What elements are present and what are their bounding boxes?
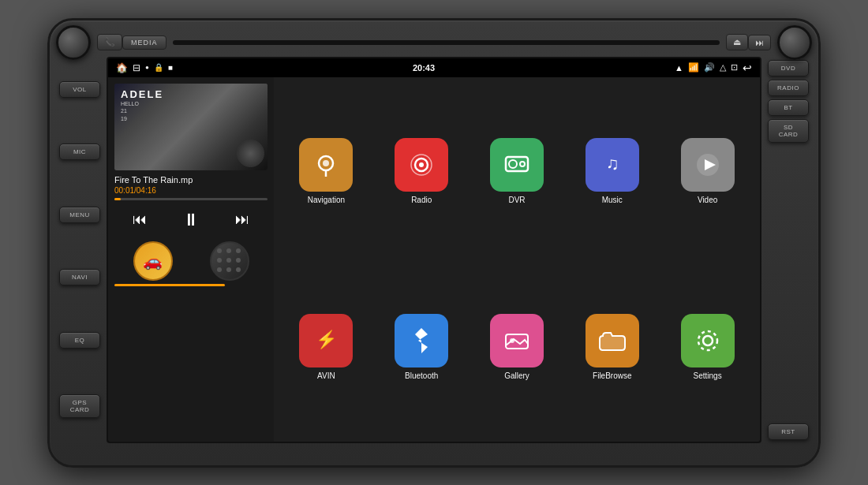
fast-forward-button[interactable]: ⏭ bbox=[232, 208, 253, 231]
left-knob[interactable] bbox=[56, 25, 91, 60]
lock-icon: 🔒 bbox=[154, 63, 163, 72]
progress-bar[interactable] bbox=[114, 198, 268, 200]
app-avin[interactable]: ⚡AVIN bbox=[282, 263, 371, 432]
notification-dot: ● bbox=[145, 64, 149, 71]
eq-button[interactable]: EQ bbox=[59, 332, 100, 349]
right-knob[interactable] bbox=[777, 25, 812, 60]
right-side-panel: DVD RADIO BT SDCARD RST bbox=[761, 57, 815, 443]
battery-status-icon: ■ bbox=[168, 63, 173, 72]
stereo-bottom bbox=[50, 443, 818, 459]
gallery-label: Gallery bbox=[504, 371, 529, 380]
svg-text:♫: ♫ bbox=[606, 154, 619, 173]
media-button[interactable]: MEDIA bbox=[122, 35, 166, 50]
status-left-icons: 🏠 ⊟ ● 🔒 ■ bbox=[116, 62, 173, 73]
svg-point-7 bbox=[520, 162, 525, 166]
bluetooth-label: Bluetooth bbox=[405, 371, 438, 380]
gallery-icon bbox=[490, 314, 544, 367]
bt-button[interactable]: BT bbox=[768, 99, 809, 116]
svg-text:⚡: ⚡ bbox=[316, 329, 338, 350]
dvr-label: DVR bbox=[508, 196, 525, 204]
filebrowser-icon bbox=[586, 314, 639, 367]
gps-card-button[interactable]: GPSCARD bbox=[59, 394, 100, 418]
app-radio[interactable]: Radio bbox=[377, 87, 466, 256]
signal-icon: 📶 bbox=[688, 62, 699, 73]
screen-content: ADELE HELLO2119 Fire To The Rain.mp 00:0… bbox=[108, 77, 760, 442]
filebrowser-label: FileBrowse bbox=[593, 371, 631, 380]
rst-button[interactable]: RST bbox=[768, 423, 809, 440]
music-label: Music bbox=[602, 196, 623, 204]
radio-button[interactable]: RADIO bbox=[768, 80, 809, 96]
album-art: ADELE HELLO2119 bbox=[114, 84, 268, 170]
dvd-button[interactable]: DVD bbox=[768, 60, 809, 76]
album-artist: ADELE bbox=[121, 88, 163, 100]
next-button[interactable]: ⏭ bbox=[748, 35, 771, 50]
app-navigation[interactable]: Navigation bbox=[282, 87, 371, 256]
app-music[interactable]: ♫Music bbox=[567, 87, 657, 256]
main-row: VOL MIC MENU NAVI EQ GPSCARD 🏠 ⊟ ● 🔒 ■ 2… bbox=[50, 57, 818, 443]
screen: 🏠 ⊟ ● 🔒 ■ 20:43 ▲ 📶 🔊 △ ⊡ ↩ bbox=[107, 57, 761, 443]
radio-label: Radio bbox=[411, 196, 432, 204]
bluetooth-icon bbox=[395, 314, 448, 367]
top-bar: 📞 MEDIA ⏏ ⏭ bbox=[50, 28, 818, 57]
track-title: Fire To The Rain.mp bbox=[114, 175, 268, 185]
current-time: 00:01 bbox=[114, 186, 134, 195]
media-panel: ADELE HELLO2119 Fire To The Rain.mp 00:0… bbox=[108, 77, 274, 442]
svg-point-14 bbox=[703, 336, 713, 345]
navigation-icon bbox=[299, 138, 353, 192]
app-bluetooth[interactable]: Bluetooth bbox=[377, 263, 466, 432]
app-settings[interactable]: Settings bbox=[663, 263, 752, 432]
music-icon: ♫ bbox=[586, 138, 639, 192]
menu-button[interactable]: MENU bbox=[59, 207, 100, 223]
app-dvr[interactable]: DVR bbox=[473, 87, 562, 256]
status-bar: 🏠 ⊟ ● 🔒 ■ 20:43 ▲ 📶 🔊 △ ⊡ ↩ bbox=[108, 58, 760, 77]
wifi-icon: ▲ bbox=[675, 63, 683, 73]
car-icon-button[interactable]: 🚗 bbox=[133, 241, 173, 281]
avin-label: AVIN bbox=[317, 371, 335, 380]
volume-icon: 🔊 bbox=[704, 62, 715, 73]
video-label: Video bbox=[698, 196, 717, 204]
orange-accent-bar bbox=[114, 284, 225, 286]
apps-grid: NavigationRadioDVR♫MusicVideo⚡AVINBlueto… bbox=[274, 77, 760, 442]
mic-button[interactable]: MIC bbox=[59, 144, 100, 160]
svg-point-1 bbox=[323, 160, 329, 166]
recent-icon: ⊟ bbox=[133, 62, 140, 73]
svg-point-4 bbox=[419, 162, 424, 167]
playback-controls: ⏮ ⏸ ⏭ bbox=[114, 207, 268, 233]
settings-icon bbox=[681, 314, 735, 367]
pause-button[interactable]: ⏸ bbox=[179, 207, 203, 233]
track-time: 00:01/04:16 bbox=[114, 186, 268, 195]
menu-dots-button[interactable] bbox=[210, 241, 249, 281]
home-icon[interactable]: 🏠 bbox=[116, 62, 128, 73]
video-icon bbox=[681, 138, 735, 192]
app-filebrowser[interactable]: FileBrowse bbox=[567, 263, 657, 432]
rewind-button[interactable]: ⏮ bbox=[129, 208, 150, 231]
screen-icon: ⊡ bbox=[731, 62, 738, 73]
phone-button[interactable]: 📞 bbox=[97, 34, 122, 50]
media-bottom-icons: 🚗 bbox=[114, 241, 268, 281]
svg-point-15 bbox=[698, 331, 717, 350]
clock: 20:43 bbox=[413, 63, 435, 73]
triangle-icon: △ bbox=[720, 62, 726, 73]
vol-button[interactable]: VOL bbox=[59, 81, 100, 98]
progress-fill bbox=[114, 198, 121, 200]
settings-label: Settings bbox=[694, 371, 722, 380]
left-side-panel: VOL MIC MENU NAVI EQ GPSCARD bbox=[53, 57, 107, 443]
navigation-label: Navigation bbox=[308, 196, 345, 204]
app-gallery[interactable]: Gallery bbox=[473, 263, 562, 432]
navi-button[interactable]: NAVI bbox=[59, 269, 100, 285]
svg-point-6 bbox=[509, 160, 517, 168]
avin-icon: ⚡ bbox=[299, 314, 353, 367]
total-time: 04:16 bbox=[137, 186, 156, 195]
app-video[interactable]: Video bbox=[663, 87, 752, 256]
status-right-icons: ▲ 📶 🔊 △ ⊡ ↩ bbox=[675, 62, 752, 74]
eject-button[interactable]: ⏏ bbox=[726, 34, 748, 50]
album-details: HELLO2119 bbox=[121, 100, 163, 123]
sd-card-button[interactable]: SDCARD bbox=[768, 119, 809, 143]
radio-icon bbox=[395, 138, 448, 192]
dvr-icon bbox=[490, 138, 544, 192]
back-icon: ↩ bbox=[743, 62, 752, 74]
stereo-unit: 📞 MEDIA ⏏ ⏭ VOL MIC MENU NAVI EQ GPSCARD… bbox=[47, 18, 821, 468]
